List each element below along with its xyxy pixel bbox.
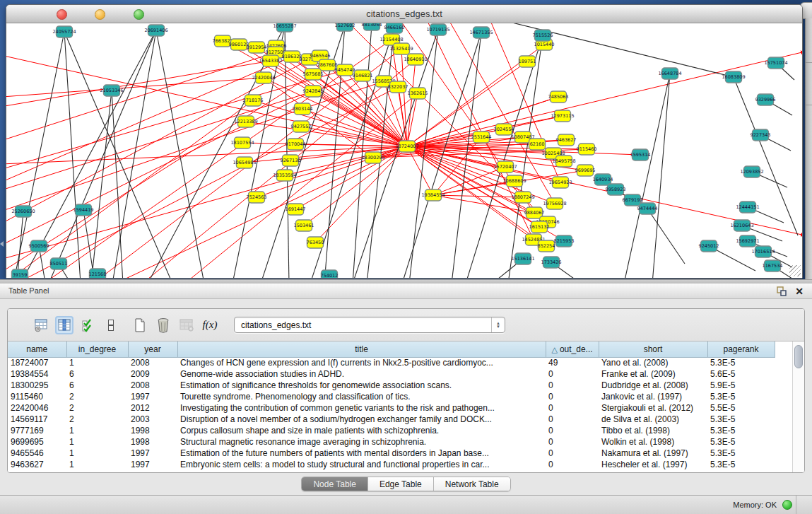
graph-node[interactable]: 16210643 [730,220,753,231]
graph-node[interactable]: 7485063 [548,91,569,103]
table-cell[interactable]: 2 [66,391,128,402]
graph-node[interactable]: 9463627 [556,134,577,146]
table-cell[interactable]: 0 [546,391,599,402]
table-cell[interactable]: 0 [546,436,599,448]
graph-node[interactable]: 9699695 [575,165,596,176]
table-cell[interactable]: Corpus callosum shape and size in male p… [177,425,546,436]
graph-node[interactable]: 8912954 [247,42,267,53]
table-cell[interactable]: 1998 [128,436,177,448]
graph-edge[interactable] [407,93,418,146]
graph-node[interactable]: 9267130 [281,155,301,166]
graph-node[interactable]: 852254 [538,240,555,252]
graph-edge[interactable] [112,146,407,278]
graph-node[interactable]: 1595314 [630,149,651,160]
table-cell[interactable]: 2003 [128,414,177,425]
table-cell[interactable]: 5.3E-5 [707,436,775,448]
graph-node[interactable]: 9170044 [286,139,306,150]
table-cell[interactable]: 19384554 [8,368,66,380]
graph-edge[interactable] [6,146,407,264]
graph-edge[interactable] [112,90,123,278]
graph-node[interactable]: 9146821 [353,70,373,81]
table-cell[interactable]: 0 [546,414,599,425]
graph-node[interactable]: 1594419 [73,204,94,216]
table-cell[interactable]: 1 [66,436,128,448]
graph-node[interactable]: 7524563 [247,192,267,203]
graph-node[interactable]: 8466160 [384,23,405,33]
graph-edge[interactable] [13,87,398,278]
table-cell[interactable]: 1 [66,357,128,368]
table-cell[interactable]: Disruption of a novel member of a sodium… [177,414,546,425]
column-header-year[interactable]: year [128,341,177,357]
graph-node[interactable]: 1362615 [408,88,428,99]
table-cell[interactable]: 5.6E-5 [707,368,775,380]
graph-node[interactable]: 763450 [307,237,324,248]
graph-node[interactable]: 5675685 [303,69,324,80]
graph-edge[interactable] [64,32,172,278]
table-cell[interactable]: 5.3E-5 [707,459,775,470]
graph-node[interactable]: 850511 [50,258,68,269]
table-cell[interactable]: 6 [66,368,128,380]
column-header-short[interactable]: short [599,341,707,357]
graph-edge[interactable] [49,30,156,278]
graph-node[interactable]: 3024554 [494,124,514,135]
table-cell[interactable]: 0 [546,459,599,470]
graph-node[interactable]: 9245012 [699,240,719,252]
graph-node[interactable]: 11325419 [389,43,413,54]
graph-node[interactable]: 15692971 [736,235,759,247]
graph-node[interactable]: 21053346 [100,85,123,96]
graph-edge[interactable] [290,146,407,160]
graph-edge[interactable] [486,23,734,77]
table-cell[interactable]: 1997 [128,459,177,470]
table-cell[interactable]: Estimation of the future numbers of pati… [177,448,546,459]
column-header-name[interactable]: name [8,341,66,357]
table-row[interactable]: 1938455462009Genome-wide association stu… [8,368,775,380]
table-cell[interactable]: 9699695 [8,436,66,448]
table-cell[interactable]: 9777169 [8,425,66,436]
graph-node[interactable]: 15751074 [764,57,787,69]
table-row[interactable]: 1872400712008Changes of HCN gene express… [8,357,775,368]
table-cell[interactable]: Nakamura et al. (1997) [599,448,707,459]
graph-node[interactable]: 8427552 [291,121,312,132]
function-builder-button[interactable]: f(x) [201,316,219,334]
table-cell[interactable]: 18724007 [8,357,66,368]
table-cell[interactable]: Yano et al. (2008) [599,357,707,368]
table-settings-button[interactable] [32,316,50,334]
tab-node-table[interactable]: Node Table [302,477,368,491]
table-cell[interactable]: 5.5E-5 [707,402,775,414]
graph-node[interactable]: 1733426 [541,257,562,268]
graph-node[interactable]: 10719135 [426,24,449,35]
graph-node[interactable]: 62160 [529,139,546,150]
graph-node[interactable]: 1503461 [294,220,314,231]
graph-node[interactable]: 16083809 [722,71,745,83]
graph-node[interactable]: 10688609 [502,175,526,187]
table-cell[interactable]: 5.3E-5 [707,425,775,436]
table-selector-dropdown[interactable]: citations_edges.txt ▲▼ [234,317,505,333]
graph-node[interactable]: 12973115 [551,110,574,122]
table-cell[interactable]: 0 [546,402,599,414]
left-panel-collapse-arrow[interactable] [0,241,4,247]
table-cell[interactable]: 1 [66,459,128,470]
table-row[interactable]: 977716911998Corpus callosum shape and si… [8,425,775,436]
table-cell[interactable]: de Silva et al. (2003) [599,414,707,425]
close-panel-icon[interactable]: ✕ [795,285,804,298]
table-cell[interactable]: Hescheler et al. (1997) [599,459,707,470]
table-row[interactable]: 946362711997Embryonic stem cells: a mode… [8,459,775,470]
table-cell[interactable]: 1 [66,425,128,436]
graph-node[interactable]: 754012 [321,270,339,278]
table-cell[interactable]: Investigating the contribution of common… [177,402,546,414]
table-cell[interactable]: 2012 [128,402,177,414]
column-header-pagerank[interactable]: pagerank [707,341,775,357]
table-cell[interactable]: 18300295 [8,380,66,391]
graph-node[interactable]: 9115460 [577,144,597,155]
table-cell[interactable]: 22420046 [8,402,66,414]
memory-status-indicator[interactable] [782,500,792,510]
graph-edge[interactable] [652,74,670,278]
tab-edge-table[interactable]: Edge Table [368,477,434,491]
graph-edge[interactable] [401,49,407,146]
graph-node[interactable]: 18640910 [404,54,427,65]
network-canvas[interactable]: 1872400718300295766382298601258912954142… [6,23,802,278]
table-cell[interactable]: 9463627 [8,459,66,470]
graph-node[interactable]: 12093852 [740,166,763,177]
table-cell[interactable]: Jankovic et al. (1997) [599,391,707,402]
graph-node[interactable]: 25260650 [11,206,35,217]
